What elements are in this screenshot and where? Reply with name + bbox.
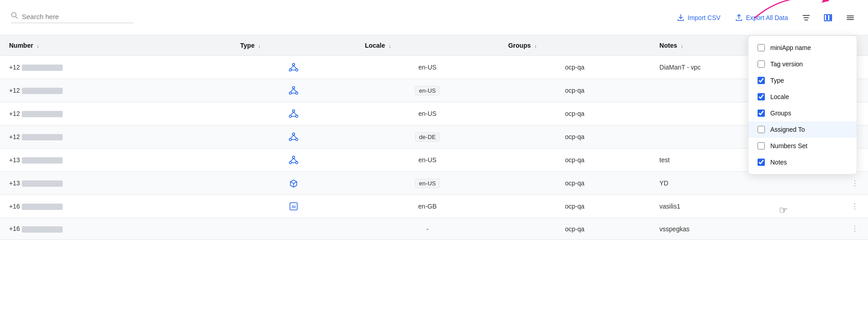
number-blurred [22,204,63,210]
dropdown-item-tag-version[interactable]: Tag version [748,56,857,72]
svg-point-36 [292,156,294,159]
checkbox-locale[interactable] [758,93,765,100]
row-menu-icon[interactable]: ⋮ [851,203,859,210]
cell-locale: de-DE [356,125,499,149]
dropdown-item-miniapp-name[interactable]: miniApp name [748,40,857,56]
sort-icon-locale: ↓ [389,43,391,49]
svg-line-2 [16,17,18,19]
cell-notes: vsspegkas [650,218,842,240]
label-notes: Notes [770,159,787,166]
checkbox-type[interactable] [758,77,765,84]
dropdown-item-type[interactable]: Type [748,72,857,89]
table-row: +16 -ocp-qavsspegkas⋮ [0,218,868,240]
notes-value: vsspegkas [659,225,689,233]
svg-marker-0 [822,0,829,3]
cell-locale: - [356,218,499,240]
locale-badge: en-US [415,179,440,188]
checkbox-groups[interactable] [758,110,765,117]
checkbox-numbers-set[interactable] [758,142,765,150]
cell-locale: en-GB [356,195,499,218]
svg-point-25 [289,115,291,118]
locale-text: en-US [419,156,437,164]
cell-type [231,125,356,149]
notes-value: DiaManT - vpc [659,64,701,71]
col-locale[interactable]: Locale ↓ [356,35,499,56]
number-prefix: +13 [9,156,20,164]
type-icon-hub [240,132,347,142]
number-blurred [22,180,63,187]
col-number[interactable]: Number ↓ [0,35,231,56]
checkbox-assigned-to[interactable] [758,126,765,133]
cell-type: AI [231,195,356,218]
table-header-row: Number ↓ Type ↓ Locale ↓ Groups ↓ Notes … [0,35,868,56]
dropdown-item-groups[interactable]: Groups [748,105,857,121]
locale-badge: de-DE [415,132,440,142]
svg-text:AI: AI [291,204,295,209]
number-blurred [22,226,63,233]
search-icon [11,12,18,21]
svg-line-40 [294,159,297,162]
groups-value: ocp-qa [565,87,584,94]
dropdown-item-assigned-to[interactable]: Assigned To [748,121,857,138]
table-row: +13 en-USocp-qatest⋮ [0,149,868,172]
number-prefix: +16 [9,225,20,232]
cell-groups: ocp-qa [499,56,650,79]
cell-number: +12 [0,125,231,149]
cell-type [231,149,356,172]
checkbox-tag-version[interactable] [758,60,765,68]
svg-line-16 [294,66,297,69]
svg-line-21 [290,89,294,92]
label-tag-version: Tag version [770,60,803,68]
row-menu-icon[interactable]: ⋮ [851,225,859,233]
type-icon-hub [240,109,347,119]
sort-icon-type: ↓ [258,43,261,49]
type-icon-box [240,178,347,188]
toolbar: Import CSV Export All Data [0,0,868,35]
locale-text: en-US [419,64,437,71]
type-icon-hub [240,62,347,72]
table-row: +12 en-USocp-qa⋮ [0,79,868,102]
svg-point-32 [295,139,298,141]
cell-type [231,102,356,125]
svg-line-33 [290,135,294,139]
svg-line-27 [290,112,294,115]
cell-row-actions[interactable]: ⋮ [842,218,868,240]
locale-text: en-US [419,110,437,117]
table-row: +12 en-USocp-qa⋮ [0,102,868,125]
svg-line-22 [294,89,297,92]
svg-point-12 [292,64,294,66]
svg-point-13 [289,69,291,71]
checkbox-miniapp-name[interactable] [758,44,765,51]
notes-value: vasilis1 [659,203,680,210]
groups-value: ocp-qa [565,110,584,117]
cell-locale: en-US [356,79,499,102]
cell-type [231,172,356,195]
checkbox-notes[interactable] [758,159,765,166]
dropdown-item-notes[interactable]: Notes [748,154,857,170]
col-groups[interactable]: Groups ↓ [499,35,650,56]
cell-row-actions[interactable]: ⋮ [842,172,868,195]
svg-line-28 [294,112,297,115]
col-type[interactable]: Type ↓ [231,35,356,56]
row-menu-icon[interactable]: ⋮ [851,179,859,187]
search-input[interactable] [22,13,122,20]
cell-row-actions[interactable]: ⋮ [842,195,868,218]
svg-point-24 [292,110,294,112]
cell-groups: ocp-qa [499,218,650,240]
svg-point-14 [295,69,298,71]
groups-value: ocp-qa [565,203,584,210]
label-groups: Groups [770,110,791,117]
import-csv-button[interactable]: Import CSV [674,12,723,24]
cell-number: +13 [0,149,231,172]
cell-type [231,79,356,102]
more-options-button[interactable] [843,11,857,25]
sort-icon-groups: ↓ [534,43,537,49]
label-type: Type [770,77,784,84]
dropdown-item-locale[interactable]: Locale [748,89,857,105]
type-icon-hub [240,85,347,95]
svg-point-18 [292,87,294,89]
dropdown-item-numbers-set[interactable]: Numbers Set [748,138,857,154]
svg-line-15 [290,66,294,69]
number-prefix: +12 [9,133,20,140]
number-blurred [22,157,63,164]
